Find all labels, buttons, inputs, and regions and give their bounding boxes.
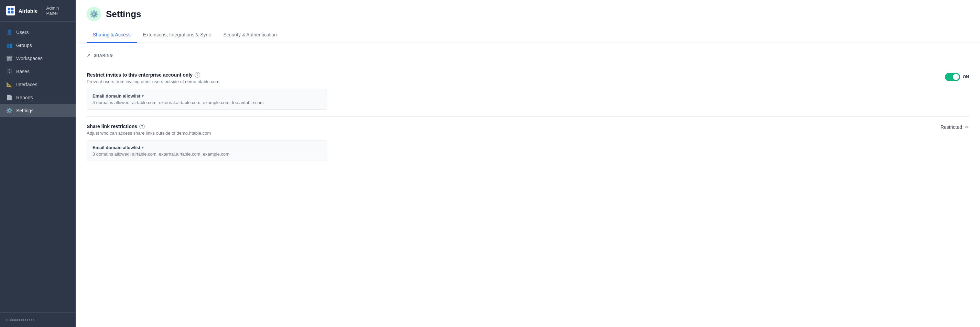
settings-content: ↗ SHARING Restrict invites to this enter… — [76, 43, 980, 327]
airtable-logo-icon — [6, 6, 15, 16]
restrict-invites-toggle[interactable] — [945, 73, 960, 81]
setting-restrict-invites-desc: Prevent users from inviting other users … — [87, 79, 942, 84]
restrict-invites-help-icon[interactable]: ? — [195, 72, 200, 78]
interfaces-icon: 📐 — [6, 81, 13, 87]
enterprise-id: entxxxxxxxxxxx — [6, 317, 35, 322]
groups-icon: 👥 — [6, 42, 13, 48]
tab-security-authentication[interactable]: Security & Authentication — [217, 27, 283, 43]
sidebar: Airtable Admin Panel 👤 Users 👥 Groups 🏢 … — [0, 0, 76, 327]
bases-icon: 🗄️ — [6, 68, 13, 75]
sidebar-item-reports[interactable]: 📄 Reports — [0, 91, 76, 104]
allowlist-box-invites: Email domain allowlist ▾ 4 domains allow… — [87, 89, 327, 110]
setting-share-link-restrictions: Share link restrictions ? Adjust who can… — [87, 117, 969, 168]
setting-share-link-title: Share link restrictions ? — [87, 124, 940, 129]
page-title: Settings — [106, 9, 141, 19]
restricted-badge: Restricted — [940, 124, 962, 130]
toggle-thumb — [953, 74, 959, 80]
tab-extensions-integrations[interactable]: Extensions, Integrations & Sync — [137, 27, 217, 43]
share-link-help-icon[interactable]: ? — [139, 124, 145, 129]
svg-rect-1 — [11, 8, 14, 11]
setting-restrict-invites: Restrict invites to this enterprise acco… — [87, 65, 969, 117]
sidebar-footer: entxxxxxxxxxxx — [0, 312, 76, 327]
sidebar-item-bases-label: Bases — [16, 69, 30, 74]
setting-share-link-left: Share link restrictions ? Adjust who can… — [87, 124, 940, 161]
allowlist-invites-label: Email domain allowlist — [92, 94, 140, 98]
allowlist-share-link-desc: 3 domains allowed: airtable.com, externa… — [92, 151, 321, 157]
sidebar-item-reports-label: Reports — [16, 95, 33, 100]
sidebar-item-bases[interactable]: 🗄️ Bases — [0, 65, 76, 78]
sidebar-nav: 👤 Users 👥 Groups 🏢 Workspaces 🗄️ Bases 📐… — [0, 22, 76, 312]
sidebar-item-workspaces-label: Workspaces — [16, 56, 43, 61]
admin-panel-label: Admin Panel — [43, 5, 70, 16]
settings-gear-icon: ⚙️ — [90, 10, 99, 18]
setting-restrict-invites-left: Restrict invites to this enterprise acco… — [87, 72, 942, 110]
main-content: ⚙️ Settings Sharing & Access Extensions,… — [76, 0, 980, 327]
edit-icon[interactable]: ✏ — [965, 124, 969, 130]
sidebar-item-interfaces[interactable]: 📐 Interfaces — [0, 78, 76, 91]
sidebar-item-settings[interactable]: ⚙️ Settings — [0, 104, 76, 117]
reports-icon: 📄 — [6, 94, 13, 101]
sidebar-item-groups[interactable]: 👥 Groups — [0, 39, 76, 52]
setting-restrict-invites-control: ON — [942, 72, 969, 81]
sidebar-item-users-label: Users — [16, 30, 29, 35]
sidebar-item-settings-label: Settings — [16, 108, 34, 113]
setting-share-link-control: Restricted ✏ — [940, 124, 969, 130]
workspaces-icon: 🏢 — [6, 55, 13, 62]
section-sharing-title: ↗ SHARING — [87, 52, 969, 58]
allowlist-share-link-toggle[interactable]: Email domain allowlist ▾ — [92, 145, 321, 150]
allowlist-invites-chevron-icon: ▾ — [142, 94, 144, 98]
page-header-icon: ⚙️ — [87, 7, 101, 21]
toggle-on-label: ON — [963, 75, 969, 79]
settings-icon: ⚙️ — [6, 108, 13, 114]
svg-rect-3 — [11, 11, 14, 14]
sidebar-item-workspaces[interactable]: 🏢 Workspaces — [0, 52, 76, 65]
page-header: ⚙️ Settings — [76, 0, 980, 27]
allowlist-share-link-chevron-icon: ▾ — [142, 145, 144, 150]
sidebar-item-users[interactable]: 👤 Users — [0, 26, 76, 39]
allowlist-invites-toggle[interactable]: Email domain allowlist ▾ — [92, 94, 321, 98]
svg-rect-2 — [8, 11, 10, 14]
tabs-bar: Sharing & Access Extensions, Integration… — [76, 27, 980, 43]
users-icon: 👤 — [6, 29, 13, 35]
toggle-track — [945, 73, 960, 81]
share-icon: ↗ — [87, 52, 91, 58]
setting-share-link-desc: Adjust who can access share links outsid… — [87, 130, 940, 136]
tab-sharing-access[interactable]: Sharing & Access — [87, 27, 137, 43]
sidebar-logo: Airtable Admin Panel — [0, 0, 76, 22]
allowlist-share-link-label: Email domain allowlist — [92, 145, 140, 150]
setting-restrict-invites-title: Restrict invites to this enterprise acco… — [87, 72, 942, 78]
allowlist-box-share-link: Email domain allowlist ▾ 3 domains allow… — [87, 140, 327, 161]
airtable-brand-name: Airtable — [19, 8, 38, 14]
allowlist-invites-desc: 4 domains allowed: airtable.com, externa… — [92, 100, 321, 105]
svg-rect-0 — [8, 8, 10, 11]
sidebar-item-interfaces-label: Interfaces — [16, 82, 37, 87]
sidebar-item-groups-label: Groups — [16, 43, 32, 48]
